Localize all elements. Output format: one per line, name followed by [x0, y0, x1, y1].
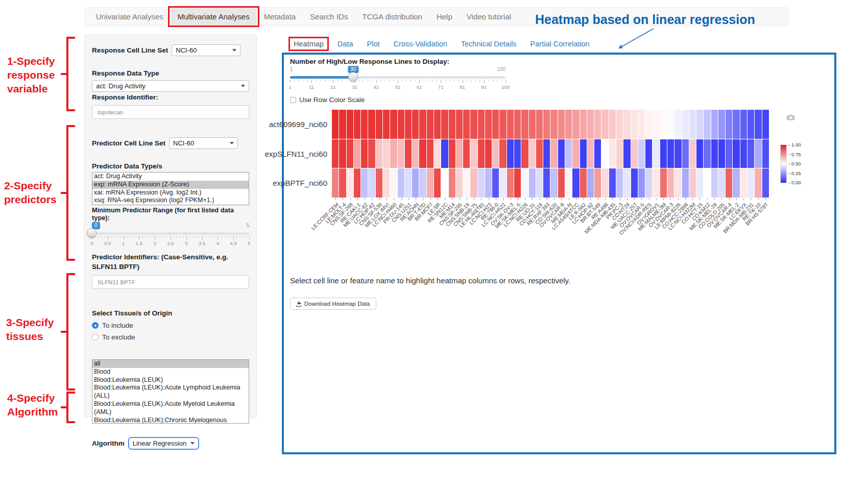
heatmap-cell[interactable] [704, 110, 710, 139]
heatmap-cell[interactable] [609, 110, 616, 139]
heatmap-cell[interactable] [587, 168, 594, 198]
heatmap-cell[interactable] [449, 139, 455, 168]
heatmap-cell[interactable] [354, 139, 360, 168]
heatmap-cell[interactable] [332, 110, 339, 139]
predictor-cell-line-set-select[interactable]: NCI-60 [169, 137, 238, 149]
list-option-exp-mrna-expression-z-score[interactable]: exp: mRNA Expression (Z-Score) [92, 181, 249, 189]
heatmap-cell[interactable] [601, 139, 608, 168]
heatmap-cell[interactable] [755, 110, 761, 139]
list-option-act-drug-activity[interactable]: act: Drug Activity [92, 173, 249, 181]
heatmap-cell[interactable] [463, 139, 470, 168]
heatmap-cell[interactable] [412, 139, 419, 168]
heatmap-cell[interactable] [558, 168, 565, 198]
tab-data[interactable]: Data [337, 40, 353, 48]
heatmap-cell[interactable] [682, 139, 689, 168]
heatmap-cell[interactable] [485, 168, 492, 198]
heatmap-cell[interactable] [332, 139, 339, 168]
heatmap-cell[interactable] [733, 110, 739, 139]
heatmap-cell[interactable] [507, 139, 514, 168]
heatmap-cell[interactable] [580, 168, 587, 198]
heatmap-cell[interactable] [755, 139, 761, 168]
heatmap-cell[interactable] [718, 168, 725, 198]
tab-partial-correlation[interactable]: Partial Correlation [531, 40, 590, 48]
heatmap-cell[interactable] [638, 168, 645, 198]
heatmap-cell[interactable] [653, 168, 659, 198]
heatmap-cell[interactable] [718, 110, 725, 139]
heatmap-row-label[interactable]: act609699_nci60 [269, 120, 327, 129]
nav-item-tcga-distribution[interactable]: TCGA distribution [355, 8, 429, 26]
heatmap-cell[interactable] [682, 168, 689, 198]
heatmap-cell[interactable] [748, 110, 754, 139]
heatmap-cell[interactable] [398, 168, 404, 198]
nav-item-univariate-analyses[interactable]: Univariate Analyses [89, 8, 171, 26]
heatmap-cell[interactable] [339, 110, 346, 139]
heatmap-cell[interactable] [492, 139, 499, 168]
heatmap-cell[interactable] [726, 168, 732, 198]
heatmap-cell[interactable] [543, 110, 550, 139]
heatmap-cell[interactable] [434, 139, 441, 168]
heatmap-cell[interactable] [565, 110, 572, 139]
heatmap-cell[interactable] [361, 139, 368, 168]
heatmap-cell[interactable] [463, 110, 470, 139]
heatmap-cell[interactable] [631, 110, 638, 139]
heatmap-cell[interactable] [740, 110, 747, 139]
heatmap-cell[interactable] [689, 139, 696, 168]
heatmap-cell[interactable] [507, 110, 514, 139]
heatmap-cell[interactable] [550, 168, 557, 198]
heatmap-cell[interactable] [660, 139, 667, 168]
nav-item-multivariate-analyses[interactable]: Multivariate Analyses [171, 8, 257, 26]
heatmap-cell[interactable] [499, 139, 506, 168]
heatmap-cell[interactable] [755, 168, 761, 198]
heatmap-cell[interactable] [514, 139, 521, 168]
heatmap-cell[interactable] [667, 110, 674, 139]
heatmap-cell[interactable] [631, 139, 638, 168]
heatmap-cell[interactable] [748, 168, 754, 198]
tab-heatmap[interactable]: Heatmap [294, 40, 324, 48]
heatmap-cell[interactable] [572, 139, 579, 168]
heatmap-cell[interactable] [390, 139, 397, 168]
heatmap-cell[interactable] [558, 110, 565, 139]
heatmap-cell[interactable] [667, 139, 674, 168]
heatmap-cell[interactable] [674, 110, 681, 139]
heatmap-cell[interactable] [748, 139, 754, 168]
heatmap-cell[interactable] [550, 110, 557, 139]
heatmap-cell[interactable] [339, 139, 346, 168]
heatmap-cell[interactable] [485, 139, 492, 168]
heatmap-cell[interactable] [609, 168, 616, 198]
heatmap-cell[interactable] [616, 110, 623, 139]
heatmap-cell[interactable] [478, 139, 485, 168]
list-option-blood-leukemia-leuk[interactable]: Blood:Leukemia (LEUK) [92, 376, 249, 384]
exclude-radio[interactable] [92, 334, 99, 340]
response-cell-line-set-select[interactable]: NCI-60 [172, 44, 240, 56]
heatmap-cell[interactable] [441, 110, 448, 139]
include-radio[interactable] [92, 322, 99, 329]
heatmap-cell[interactable] [449, 168, 455, 198]
heatmap-cell[interactable] [594, 110, 601, 139]
heatmap-cell[interactable] [485, 110, 492, 139]
heatmap-cell[interactable] [565, 139, 572, 168]
heatmap-cell[interactable] [529, 110, 536, 139]
heatmap-cell[interactable] [478, 110, 485, 139]
heatmap-cell[interactable] [514, 168, 521, 198]
heatmap-cell[interactable] [653, 139, 659, 168]
heatmap-cell[interactable] [638, 110, 645, 139]
heatmap-cell[interactable] [529, 168, 536, 198]
camera-icon[interactable] [786, 114, 795, 120]
tissue-listbox[interactable]: allBloodBlood:Leukemia (LEUK)Blood:Leuke… [92, 359, 249, 424]
heatmap-cell[interactable] [638, 139, 645, 168]
heatmap-cell[interactable] [427, 139, 433, 168]
heatmap-cell[interactable] [390, 110, 397, 139]
heatmap-cell[interactable] [332, 168, 339, 198]
heatmap-cell[interactable] [623, 139, 630, 168]
heatmap-cell[interactable] [492, 110, 499, 139]
heatmap-cell[interactable] [456, 110, 463, 139]
heatmap-cell[interactable] [609, 139, 616, 168]
heatmap-cell[interactable] [383, 139, 390, 168]
heatmap-cell[interactable] [674, 168, 681, 198]
heatmap-cell[interactable] [572, 168, 579, 198]
heatmap-cell[interactable] [733, 139, 739, 168]
heatmap-cell[interactable] [711, 110, 718, 139]
list-option-all[interactable]: all [92, 360, 249, 368]
heatmap-cell[interactable] [762, 168, 769, 198]
slider-track[interactable] [92, 232, 249, 235]
